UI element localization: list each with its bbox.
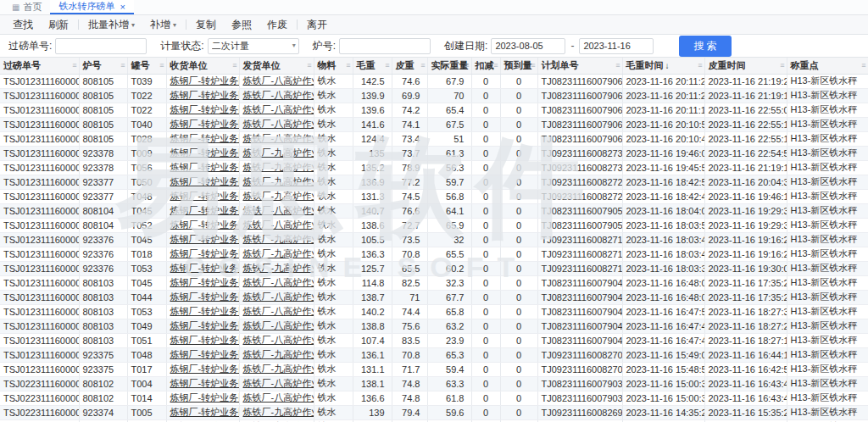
cell: 74.8 <box>392 391 427 405</box>
column-header-13[interactable]: 毛重时间↓≡ <box>622 58 704 74</box>
table-row[interactable]: TSJ01231116000060808103T049炼钢厂-转炉业务区炼铁厂-… <box>0 319 868 333</box>
column-menu-icon[interactable]: ≡ <box>346 61 350 69</box>
table-row[interactable]: TSJ01231116000073808105T028炼钢厂-转炉业务区炼铁厂-… <box>0 131 868 146</box>
cell: 炼铁厂-八高炉作业区 <box>239 319 314 333</box>
column-header-label: 扣减 <box>476 60 494 70</box>
column-menu-icon[interactable]: ≡ <box>493 61 498 69</box>
table-row[interactable]: TSJ01231116000061808103T053炼钢厂-转炉业务区炼铁厂-… <box>0 304 868 319</box>
filter-bar: 过磅单号: 计量状态: ▾ 炉号: 创建日期: - 搜 索 <box>0 35 868 58</box>
toolbar-button[interactable]: 复制 <box>188 15 224 34</box>
cell: T048 <box>127 347 166 362</box>
cell: 65.5 <box>392 261 427 275</box>
column-header-11[interactable]: 预到量≡ <box>500 58 537 74</box>
cell: 73.7 <box>392 146 427 160</box>
column-menu-icon[interactable]: ≡ <box>780 61 784 69</box>
cell: 2023-11-16 20:10:49 <box>622 131 704 146</box>
toolbar-button[interactable]: 刷新 <box>41 15 76 34</box>
table-row[interactable]: TSJ01231116000059808103T051炼钢厂-转炉业务区炼铁厂-… <box>0 333 868 347</box>
cell: H13-新区铁水秤 <box>787 232 868 247</box>
date-to-input[interactable] <box>579 38 654 54</box>
column-menu-icon[interactable]: ≡ <box>420 61 425 69</box>
cell: 2023-11-16 15:00:37 <box>622 376 704 391</box>
table-row[interactable]: TSJ01231116000074808105T040炼钢厂-转炉业务区炼铁厂-… <box>0 117 868 131</box>
toolbar-button[interactable]: 补增▾ <box>142 15 184 34</box>
column-menu-icon[interactable]: ≡ <box>698 61 702 69</box>
furnace-input[interactable] <box>339 38 431 54</box>
cell: 0 <box>471 405 500 419</box>
orders-table: 过磅单号≡炉号≡罐号≡收货单位≡发货单位≡物料≡毛重≡皮重≡实际重量≡扣减≡预到… <box>0 58 868 422</box>
table-row[interactable]: TSJ01231116000067808104T052炼钢厂-转炉业务区炼铁厂-… <box>0 218 868 232</box>
toolbar-button[interactable]: 离开 <box>299 15 335 34</box>
toolbar-button[interactable]: 查找 <box>5 15 41 34</box>
column-header-12[interactable]: 计划单号≡ <box>537 58 622 74</box>
column-header-2[interactable]: 炉号≡ <box>79 58 127 74</box>
table-row[interactable]: TSJ01231116000069923377T048炼钢厂-转炉业务区炼铁厂-… <box>0 189 868 203</box>
cell: 0 <box>471 290 500 304</box>
column-header-1[interactable]: 过磅单号≡ <box>0 58 79 74</box>
column-menu-icon[interactable]: ≡ <box>120 61 125 69</box>
cell: 138.6 <box>353 218 392 232</box>
column-menu-icon[interactable]: ≡ <box>861 61 865 69</box>
date-from-input[interactable] <box>491 38 565 54</box>
table-row[interactable]: TSJ01231116000072923378T009炼钢厂-转炉业务区炼铁厂-… <box>0 146 868 160</box>
status-select[interactable] <box>208 38 299 54</box>
table-row[interactable]: TSJ01231116000058923375T048炼钢厂-转炉业务区炼铁厂-… <box>0 347 868 362</box>
column-menu-icon[interactable]: ≡ <box>232 61 236 69</box>
cell: 2023-11-16 19:30:09 <box>704 261 787 275</box>
cell: 76.6 <box>392 203 427 218</box>
column-header-10[interactable]: 扣减≡ <box>471 58 500 74</box>
column-menu-icon[interactable]: ≡ <box>465 61 469 69</box>
column-menu-icon[interactable]: ≡ <box>72 61 76 69</box>
table-row[interactable]: TSJ02231116000010808102T004炼钢厂-转炉业务区炼铁厂-… <box>0 376 868 391</box>
table-row[interactable]: TSJ01231116000070923377T050炼钢厂-转炉业务区炼铁厂-… <box>0 175 868 189</box>
tab-close-icon[interactable]: × <box>120 2 125 12</box>
column-header-8[interactable]: 皮重≡ <box>392 58 427 74</box>
column-header-6[interactable]: 物料≡ <box>314 58 353 74</box>
cell: H13-新区铁水秤 <box>787 247 868 261</box>
table-row[interactable]: TSJ01231116000066923376T045炼钢厂-转炉业务区炼铁厂-… <box>0 232 868 247</box>
cell: 炼钢厂-转炉业务区 <box>166 391 239 405</box>
column-menu-icon[interactable]: ≡ <box>307 61 311 69</box>
toolbar-button[interactable]: 作废 <box>259 15 295 34</box>
column-header-label: 过磅单号 <box>3 60 41 70</box>
table-row[interactable]: TSJ02231116000008923374T005炼钢厂-转炉业务区炼铁厂-… <box>0 405 868 419</box>
toolbar-button[interactable]: 批量补增▾ <box>81 15 142 34</box>
table-row[interactable]: TSJ01231116000062808103T044炼钢厂-转炉业务区炼铁厂-… <box>0 290 868 304</box>
column-menu-icon[interactable]: ≡ <box>159 61 164 69</box>
table-row[interactable]: TSJ01231116000071923378T056炼钢厂-转炉业务区炼铁厂-… <box>0 160 868 175</box>
column-header-15[interactable]: 称重点≡ <box>787 58 868 74</box>
table-row[interactable]: TSJ01231116000077808105T022炼钢厂-转炉业务区炼铁厂-… <box>0 88 868 103</box>
column-header-4[interactable]: 收货单位≡ <box>166 58 239 74</box>
column-header-14[interactable]: 皮重时间≡ <box>704 58 787 74</box>
column-header-5[interactable]: 发货单位≡ <box>239 58 314 74</box>
cell: 808102 <box>79 391 127 405</box>
column-menu-icon[interactable]: ≡ <box>531 61 535 69</box>
table-row[interactable]: TSJ01231116000063808103T045炼钢厂-转炉业务区炼铁厂-… <box>0 275 868 290</box>
tab-iron-water-orders[interactable]: 铁水转序磅单 × <box>50 0 133 14</box>
column-menu-icon[interactable]: ≡ <box>385 61 389 69</box>
column-menu-icon[interactable]: ≡ <box>615 61 620 69</box>
table-row[interactable]: TSJ01231116000068808104T045炼钢厂-转炉业务区炼铁厂-… <box>0 203 868 218</box>
table-row[interactable]: TSJ01231116000078808105T039炼钢厂-转炉业务区炼铁厂-… <box>0 74 868 88</box>
cell: TSJ01231116000069 <box>0 189 79 203</box>
column-header-3[interactable]: 罐号≡ <box>127 58 166 74</box>
search-button[interactable]: 搜 索 <box>679 36 731 57</box>
column-header-9[interactable]: 实际重量≡ <box>427 58 471 74</box>
cell: H13-新区铁水秤 <box>787 131 868 146</box>
cell: 铁水 <box>314 131 353 146</box>
cell: 2023-11-16 18:27:19 <box>704 333 787 347</box>
column-header-7[interactable]: 毛重≡ <box>353 58 392 74</box>
table-row[interactable]: TSJ01231116000064923376T053炼钢厂-转炉业务区炼铁厂-… <box>0 261 868 275</box>
cell: 0 <box>471 376 500 391</box>
toolbar-button[interactable]: 参照 <box>224 15 259 34</box>
cell: H13-新区铁水秤 <box>787 88 868 103</box>
cell: 74.2 <box>392 103 427 117</box>
cell: 923375 <box>79 347 127 362</box>
table-row[interactable]: TSJ02231116000009808102T014炼钢厂-转炉业务区炼铁厂-… <box>0 391 868 405</box>
table-row[interactable]: TSJ01231116000053923375T017炼钢厂-转炉业务区炼铁厂-… <box>0 362 868 376</box>
weigh-no-input[interactable] <box>55 38 147 54</box>
table-row[interactable]: TSJ01231116000065923376T018炼钢厂-转炉业务区炼铁厂-… <box>0 247 868 261</box>
cell: 铁水 <box>314 88 353 103</box>
tab-home[interactable]: ▦ 首页 <box>3 0 50 14</box>
table-row[interactable]: TSJ01231116000076808105T022炼钢厂-转炉业务区炼铁厂-… <box>0 103 868 117</box>
